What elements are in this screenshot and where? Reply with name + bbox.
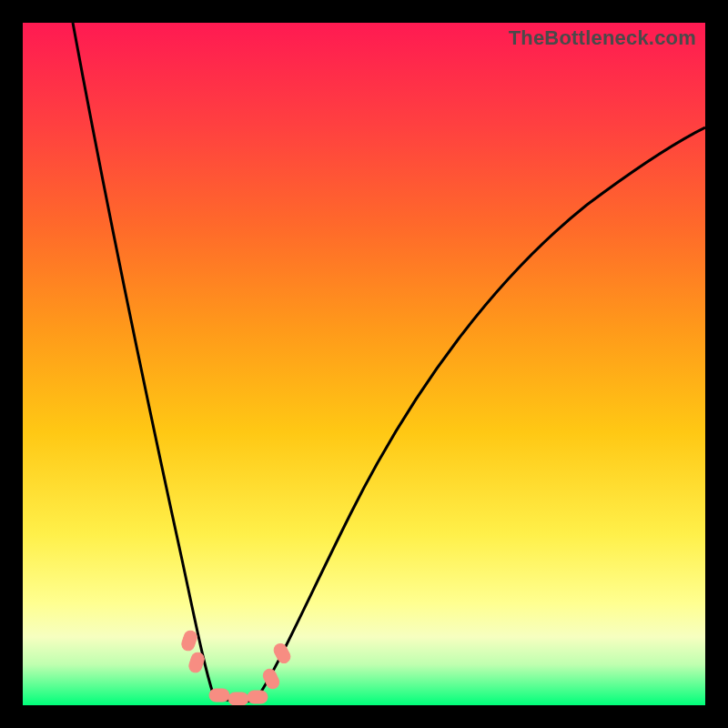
bead-floor-2 xyxy=(228,693,248,705)
bead-floor-1 xyxy=(209,689,229,702)
curve-right xyxy=(255,127,705,701)
bead-left-upper xyxy=(180,629,198,652)
bead-right-upper xyxy=(272,642,293,665)
bottleneck-curve xyxy=(23,23,705,705)
curve-left xyxy=(73,23,214,696)
bead-floor-3 xyxy=(248,691,268,703)
chart-area: TheBottleneck.com xyxy=(23,23,705,705)
